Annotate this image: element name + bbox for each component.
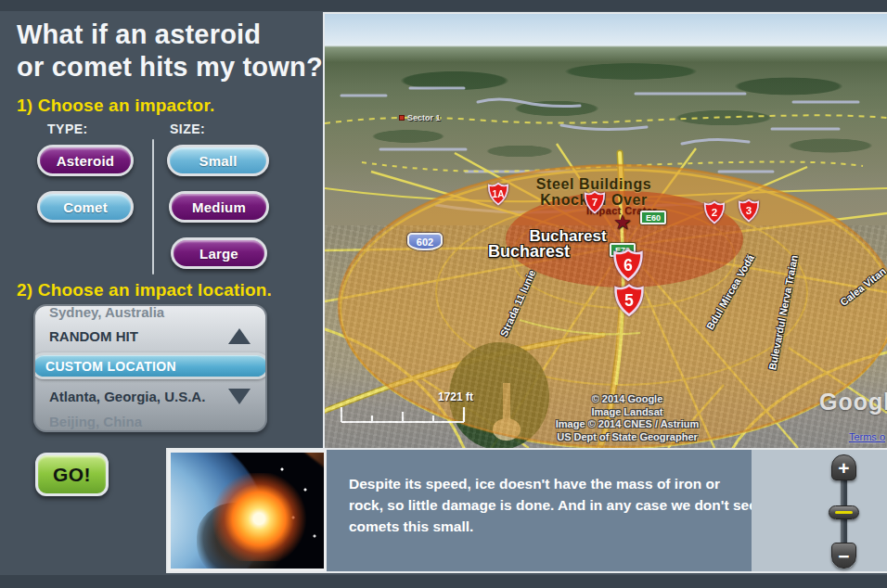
plus-icon: + xyxy=(838,458,849,478)
map-roads-layer xyxy=(325,14,887,448)
map-view[interactable]: Sector 1 Steel Buildings Knocked Over Im… xyxy=(323,12,887,448)
location-list[interactable]: Sydney, Australia RANDOM HIT CUSTOM LOCA… xyxy=(33,304,267,432)
minus-icon: − xyxy=(838,546,849,566)
street-label-4: Calea Vitan xyxy=(838,265,887,308)
handle-grip-icon xyxy=(835,511,853,514)
location-item-custom-selected[interactable]: CUSTOM LOCATION xyxy=(33,352,267,379)
inner-zone-label: Impact Crater xyxy=(547,205,696,216)
location-item-beijing[interactable]: Beijing, China xyxy=(35,410,265,432)
size-large-button[interactable]: Large xyxy=(171,237,267,269)
street-label-3: Bulevardul Nerva Traian xyxy=(766,254,800,371)
type-size-divider xyxy=(152,139,154,275)
route-sign-e60: E60 xyxy=(640,211,666,224)
result-info-panel: Despite its speed, ice doesn't have the … xyxy=(166,448,887,573)
svg-text:1A: 1A xyxy=(493,189,505,199)
go-button[interactable]: GO! xyxy=(35,453,109,496)
zoom-out-button[interactable]: − xyxy=(831,543,856,569)
location-item-random-hit[interactable]: RANDOM HIT xyxy=(35,322,265,350)
svg-text:5: 5 xyxy=(624,291,634,310)
svg-text:3: 3 xyxy=(746,205,752,216)
location-item-sydney[interactable]: Sydney, Australia xyxy=(35,304,265,322)
street-label-2: Bdul Mircea Vodă xyxy=(704,252,756,331)
impact-star-icon: ★ xyxy=(613,212,632,233)
comet-button[interactable]: Comet xyxy=(37,191,134,223)
impact-illustration xyxy=(168,450,327,571)
map-urban-texture xyxy=(325,225,887,448)
route-sign-602: 602 xyxy=(407,233,443,250)
step2-heading: 2) Choose an impact location. xyxy=(17,280,272,300)
page-title-line2: or comet hits my town? xyxy=(17,51,332,83)
result-text-area: Despite its speed, ice doesn't have the … xyxy=(327,450,752,571)
svg-text:7: 7 xyxy=(592,197,598,208)
svg-text:2: 2 xyxy=(712,207,717,218)
location-item-atlanta[interactable]: Atlanta, Georgia, U.S.A. xyxy=(35,382,265,410)
size-medium-button-label: Medium xyxy=(192,199,246,215)
location-item-custom-label: CUSTOM LOCATION xyxy=(45,359,176,374)
step1-heading: 1) Choose an impactor. xyxy=(17,96,214,116)
comet-button-label: Comet xyxy=(63,199,108,215)
result-description: Despite its speed, ice doesn't have the … xyxy=(349,473,757,537)
terms-link[interactable]: Terms o xyxy=(849,431,885,442)
highway-shield-3: 3 xyxy=(738,198,760,223)
location-item-atlanta-label: Atlanta, Georgia, U.S.A. xyxy=(49,389,205,404)
street-label-1: Strada 11 Iunie xyxy=(498,268,538,339)
size-small-button-label: Small xyxy=(199,153,237,169)
size-small-button[interactable]: Small xyxy=(167,145,269,176)
explosion-graphic xyxy=(206,473,308,561)
size-large-button-label: Large xyxy=(199,246,238,262)
outer-zone-label: Steel Buildings Knocked Over xyxy=(492,176,696,208)
type-label: TYPE: xyxy=(47,121,88,136)
route-sign-e70: E70 xyxy=(610,243,636,257)
bottom-border-strip xyxy=(0,575,887,588)
poi-dot-icon xyxy=(399,115,405,121)
highway-shield-2: 2 xyxy=(703,200,726,224)
highway-shield-1a: 1A xyxy=(487,182,509,206)
page-title-line1: What if an asteroid xyxy=(17,19,332,51)
size-label: SIZE: xyxy=(170,121,205,136)
page-title: What if an asteroid or comet hits my tow… xyxy=(17,19,332,83)
map-scale-label: 1721 ft xyxy=(438,390,473,403)
city-label-bucharest-1: Bucharest xyxy=(503,227,633,246)
location-item-random-hit-label: RANDOM HIT xyxy=(49,328,138,344)
city-label-bucharest-2: Bucharest xyxy=(453,242,605,262)
zoom-slider-handle[interactable] xyxy=(829,505,859,519)
zoom-in-button[interactable]: + xyxy=(831,454,856,480)
map-credits: © 2014 Google Image Landsat Image © 2014… xyxy=(534,393,720,443)
highway-shield-6: 6 xyxy=(612,248,644,282)
zoom-slider-panel: + − xyxy=(752,450,887,571)
top-border-strip xyxy=(0,0,887,11)
asteroid-button[interactable]: Asteroid xyxy=(37,145,134,176)
scroll-down-arrow-icon[interactable] xyxy=(228,389,251,404)
asteroid-button-label: Asteroid xyxy=(57,153,114,169)
map-area-label: Sector 1 xyxy=(399,113,441,122)
scroll-up-arrow-icon[interactable] xyxy=(228,328,251,344)
highway-shield-5: 5 xyxy=(613,283,645,317)
size-medium-button[interactable]: Medium xyxy=(169,191,269,223)
svg-text:6: 6 xyxy=(623,256,633,275)
go-button-label: GO! xyxy=(53,464,91,486)
highway-shield-7: 7 xyxy=(584,190,606,214)
google-watermark: Google xyxy=(819,389,887,415)
